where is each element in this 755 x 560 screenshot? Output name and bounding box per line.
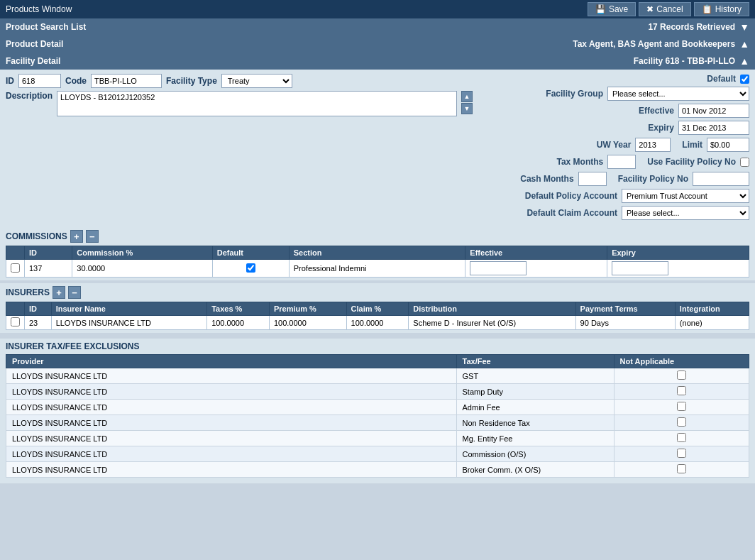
table-row: LLOYDS INSURANCE LTD Broker Comm. (X O/S… [6, 462, 749, 478]
ins-col-name: Insurer Name [51, 302, 207, 316]
table-row: LLOYDS INSURANCE LTD Commission (O/S) [6, 446, 749, 462]
history-button[interactable]: 📋 History [694, 2, 749, 16]
tax-months-label: Tax Months [557, 157, 604, 167]
commission-default-checkbox[interactable] [246, 263, 255, 273]
product-detail-collapse-btn[interactable]: ▲ [739, 38, 749, 50]
default-policy-account-select[interactable]: Premium Trust Account [622, 189, 749, 203]
product-detail-header: Product Detail Tax Agent, BAS Agent and … [0, 35, 755, 53]
tax-not-applicable-checkbox-6[interactable] [677, 464, 686, 473]
table-row: LLOYDS INSURANCE LTD Non Residence Tax [6, 415, 749, 431]
ins-col-check [6, 302, 25, 316]
facility-group-select[interactable]: Please select... [607, 87, 749, 101]
col-id: ID [25, 246, 72, 260]
default-claim-account-select[interactable]: Please select... [622, 206, 749, 220]
table-row: 23 LLOYDS INSURANCE LTD 100.0000 100.000… [6, 316, 749, 330]
product-detail-subtitle: Tax Agent, BAS Agent and Bookkeepers [573, 39, 735, 49]
tax-not-applicable-cell-6 [614, 462, 749, 478]
uw-year-row: UW Year Limit [480, 138, 749, 152]
col-check [6, 246, 25, 260]
facility-type-select[interactable]: Treaty [221, 74, 292, 88]
facility-detail-subtitle: Facility 618 - TBB-PI-LLO [634, 56, 735, 66]
commission-effective [465, 260, 607, 278]
tax-not-applicable-cell-5 [614, 446, 749, 462]
limit-input[interactable] [707, 138, 749, 152]
commissions-section: COMMISSIONS + − ID Commission % Default … [0, 227, 755, 280]
uw-year-label: UW Year [597, 140, 631, 150]
table-row: 137 30.0000 Professional Indemni [6, 260, 749, 278]
uw-year-input[interactable] [635, 138, 671, 152]
row-checkbox[interactable] [11, 263, 20, 273]
col-effective: Effective [465, 246, 607, 260]
description-textarea[interactable]: LLOYDS - B12012J120352 [57, 91, 457, 116]
product-search-collapse-btn[interactable]: ▼ [739, 21, 749, 33]
commissions-add-btn[interactable]: + [70, 230, 83, 243]
desc-up-btn[interactable]: ▲ [461, 91, 473, 102]
facility-policy-no-input[interactable] [693, 172, 749, 186]
save-button[interactable]: 💾 Save [588, 2, 636, 16]
commission-pct: 30.0000 [72, 260, 212, 278]
effective-input[interactable] [678, 104, 749, 118]
tax-exclusions-header-bar: INSURER TAX/FEE EXCLUSIONS [6, 341, 749, 351]
tax-provider-2: LLOYDS INSURANCE LTD [6, 400, 457, 415]
cash-months-label: Cash Months [520, 174, 573, 184]
tax-not-applicable-checkbox-3[interactable] [677, 417, 686, 427]
tax-not-applicable-checkbox-1[interactable] [677, 386, 686, 395]
cash-months-input[interactable] [578, 172, 607, 186]
default-checkbox[interactable] [740, 75, 749, 84]
tax-not-applicable-checkbox-2[interactable] [677, 402, 686, 411]
insurer-premium: 100.0000 [269, 316, 346, 330]
commission-effective-input[interactable] [470, 261, 527, 275]
row-checkbox-cell [6, 260, 25, 278]
expiry-row: Expiry [480, 121, 749, 135]
ins-row-checkbox[interactable] [11, 317, 20, 326]
tax-not-applicable-cell-2 [614, 400, 749, 415]
commission-expiry [607, 260, 749, 278]
facility-detail-label: Facility Detail [6, 56, 60, 66]
tax-provider-6: LLOYDS INSURANCE LTD [6, 462, 457, 478]
desc-down-btn[interactable]: ▼ [461, 103, 473, 114]
expiry-input[interactable] [678, 121, 749, 135]
code-input[interactable] [91, 74, 162, 88]
insurer-id: 23 [25, 316, 52, 330]
table-row: LLOYDS INSURANCE LTD GST [6, 368, 749, 384]
ins-col-distribution: Distribution [409, 302, 575, 316]
description-label: Description [6, 91, 53, 101]
title-bar: Products Window 💾 Save ✖ Cancel 📋 Histor… [0, 0, 755, 18]
cancel-button[interactable]: ✖ Cancel [639, 2, 690, 16]
limit-label: Limit [682, 140, 702, 150]
default-claim-account-row: Default Claim Account Please select... [480, 206, 749, 220]
tax-months-input[interactable] [607, 155, 636, 169]
facility-detail-collapse-btn[interactable]: ▲ [739, 55, 749, 67]
default-label: Default [707, 74, 736, 84]
default-policy-account-row: Default Policy Account Premium Trust Acc… [480, 189, 749, 203]
default-claim-account-label: Default Claim Account [527, 208, 617, 218]
facility-type-label: Facility Type [166, 76, 217, 86]
insurers-add-btn[interactable]: + [53, 286, 65, 299]
use-facility-policy-no-checkbox[interactable] [740, 158, 749, 167]
tax-fee-5: Commission (O/S) [456, 446, 614, 462]
history-icon: 📋 [702, 4, 712, 14]
insurers-table: ID Insurer Name Taxes % Premium % Claim … [6, 302, 749, 330]
id-input[interactable] [18, 74, 61, 88]
facility-group-row: Facility Group Please select... [480, 87, 749, 101]
tax-not-applicable-checkbox-5[interactable] [677, 449, 686, 458]
commissions-table: ID Commission % Default Section Effectiv… [6, 246, 749, 278]
id-label: ID [6, 76, 14, 86]
tax-fee-6: Broker Comm. (X O/S) [456, 462, 614, 478]
effective-row: Effective [480, 104, 749, 118]
description-row: Description LLOYDS - B12012J120352 ▲ ▼ [6, 91, 473, 116]
table-row: LLOYDS INSURANCE LTD Mg. Entity Fee [6, 431, 749, 446]
tax-exclusions-section: INSURER TAX/FEE EXCLUSIONS Provider Tax/… [0, 339, 755, 483]
tax-provider-3: LLOYDS INSURANCE LTD [6, 415, 457, 431]
expiry-label: Expiry [648, 123, 674, 133]
tax-not-applicable-checkbox-0[interactable] [677, 370, 686, 380]
insurers-remove-btn[interactable]: − [68, 286, 81, 299]
tax-col-provider: Provider [6, 355, 457, 368]
tax-not-applicable-cell-0 [614, 368, 749, 384]
default-row: Default [480, 74, 749, 84]
app-title: Products Window [6, 4, 72, 14]
commissions-remove-btn[interactable]: − [86, 230, 99, 243]
commission-expiry-input[interactable] [612, 261, 668, 275]
ins-row-checkbox-cell [6, 316, 25, 330]
tax-not-applicable-checkbox-4[interactable] [677, 433, 686, 442]
